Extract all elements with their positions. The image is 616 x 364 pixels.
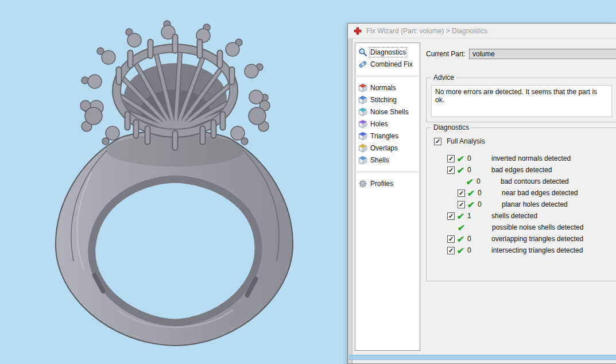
advice-group-title: Advice <box>431 73 456 82</box>
row-count: 0 <box>467 154 478 162</box>
current-part-value: volume <box>472 50 495 58</box>
row-label: shells detected <box>491 212 537 220</box>
row-label: planar holes detected <box>502 200 568 208</box>
gear-icon <box>358 179 367 188</box>
wizard-sidebar: Diagnostics Combined Fix Normals Stitchi… <box>355 42 420 351</box>
row-label: bad edges detected <box>491 166 552 174</box>
diagnostics-rows: 0 inverted normals detected 0 bad edges … <box>427 153 616 256</box>
sidebar-item-noise-shells[interactable]: Noise Shells <box>355 106 420 118</box>
diagnostic-row: 0 inverted normals detected <box>447 153 616 164</box>
sidebar-item-label: Stitching <box>370 96 397 104</box>
sidebar-item-triangles[interactable]: Triangles <box>355 130 420 142</box>
wizard-main-panel: Current Part: volume Advice No more erro… <box>420 42 616 351</box>
sidebar-item-label: Overlaps <box>370 144 398 152</box>
cube-icon <box>358 95 367 104</box>
advice-text-box: No more errors are detected. It seems th… <box>431 85 612 117</box>
row-label: intersecting triangles detected <box>491 246 583 254</box>
green-check-icon <box>456 212 467 220</box>
sidebar-item-label: Shells <box>370 156 389 164</box>
diagnostic-row: 0 bad contours detected <box>447 176 616 187</box>
sidebar-item-label: Normals <box>370 84 396 92</box>
diagnostic-row: 1 shells detected <box>447 210 616 222</box>
sidebar-item-shells[interactable]: Shells <box>355 154 420 166</box>
sidebar-item-normals[interactable]: Normals <box>355 82 420 94</box>
sidebar-item-label: Combined Fix <box>370 60 413 68</box>
diagnostics-group: Diagnostics Full Analysis 0 inverted nor… <box>426 127 616 281</box>
diagnostic-row: possible noise shells detected <box>447 222 616 233</box>
advice-text: No more errors are detected. It seems th… <box>435 88 597 104</box>
green-check-icon <box>456 166 467 175</box>
row-label: possible noise shells detected <box>492 223 583 231</box>
dialog-left-gutter <box>348 38 352 363</box>
cube-icon <box>358 107 367 117</box>
fix-wizard-dialog: Fix Wizard (Part: volume) > Diagnostics … <box>347 23 616 364</box>
dialog-bottom-strip <box>348 355 616 360</box>
sidebar-item-profiles[interactable]: Profiles <box>355 177 420 189</box>
green-check-icon <box>467 200 477 209</box>
row-checkbox[interactable] <box>447 235 455 243</box>
sidebar-item-overlaps[interactable]: Overlaps <box>355 142 420 154</box>
diagnostic-row: 0 overlapping triangles detected <box>447 233 616 245</box>
sidebar-item-diagnostics[interactable]: Diagnostics <box>355 46 420 58</box>
row-count: 0 <box>467 246 478 254</box>
red-cross-icon <box>353 27 362 35</box>
bandage-icon <box>358 60 367 69</box>
row-label: inverted normals detected <box>491 154 571 162</box>
row-label: overlapping triangles detected <box>491 235 583 243</box>
sidebar-item-label: Triangles <box>370 132 398 140</box>
green-check-icon <box>457 223 467 232</box>
sidebar-item-label: Diagnostics <box>370 48 406 56</box>
current-part-field[interactable]: volume <box>469 49 616 59</box>
cube-icon <box>358 156 367 165</box>
green-check-icon <box>456 154 467 163</box>
advice-group: Advice No more errors are detected. It s… <box>426 78 616 122</box>
sidebar-separator <box>355 166 420 177</box>
diagnostic-row: 0 intersecting triangles detected <box>447 245 616 256</box>
row-checkbox[interactable] <box>458 201 465 208</box>
green-check-icon <box>456 235 467 243</box>
sidebar-item-label: Noise Shells <box>370 108 409 116</box>
row-count: 1 <box>467 212 478 220</box>
diagnostic-row: 0 bad edges detected <box>447 164 616 176</box>
dialog-titlebar[interactable]: Fix Wizard (Part: volume) > Diagnostics <box>348 24 616 38</box>
row-checkbox[interactable] <box>447 247 455 254</box>
cube-icon <box>358 119 367 129</box>
cube-icon <box>358 131 367 141</box>
current-part-label: Current Part: <box>426 50 469 58</box>
cube-icon <box>358 144 367 153</box>
sidebar-item-label: Holes <box>370 120 388 128</box>
row-checkbox[interactable] <box>447 166 455 174</box>
sidebar-item-stitching[interactable]: Stitching <box>355 94 420 106</box>
sidebar-separator <box>355 70 420 82</box>
diagnostic-row: 0 near bad edges detected <box>447 187 616 199</box>
green-check-icon <box>456 246 467 255</box>
diagnostic-row: 0 planar holes detected <box>447 199 616 210</box>
row-checkbox[interactable] <box>458 189 465 197</box>
viewport-3d[interactable] <box>0 0 347 364</box>
row-count: 0 <box>476 177 487 185</box>
sidebar-item-holes[interactable]: Holes <box>355 118 420 130</box>
magnifier-icon <box>358 48 367 57</box>
row-count: 0 <box>478 200 488 208</box>
row-checkbox[interactable] <box>447 212 455 220</box>
sidebar-item-combined-fix[interactable]: Combined Fix <box>355 58 420 70</box>
cube-icon <box>358 83 367 92</box>
row-count: 0 <box>478 189 488 197</box>
row-label: near bad edges detected <box>502 189 578 197</box>
row-count: 0 <box>467 235 478 243</box>
full-analysis-label: Full Analysis <box>447 137 485 145</box>
row-label: bad contours detected <box>501 177 569 185</box>
row-checkbox[interactable] <box>447 155 455 162</box>
full-analysis-checkbox[interactable] <box>434 138 441 145</box>
ring-model <box>0 0 347 364</box>
row-count: 0 <box>467 166 478 174</box>
green-check-icon <box>467 189 477 198</box>
dialog-title: Fix Wizard (Part: volume) > Diagnostics <box>366 27 487 35</box>
green-check-icon <box>466 177 476 186</box>
diagnostics-group-title: Diagnostics <box>431 123 471 131</box>
sidebar-item-label: Profiles <box>370 180 393 188</box>
